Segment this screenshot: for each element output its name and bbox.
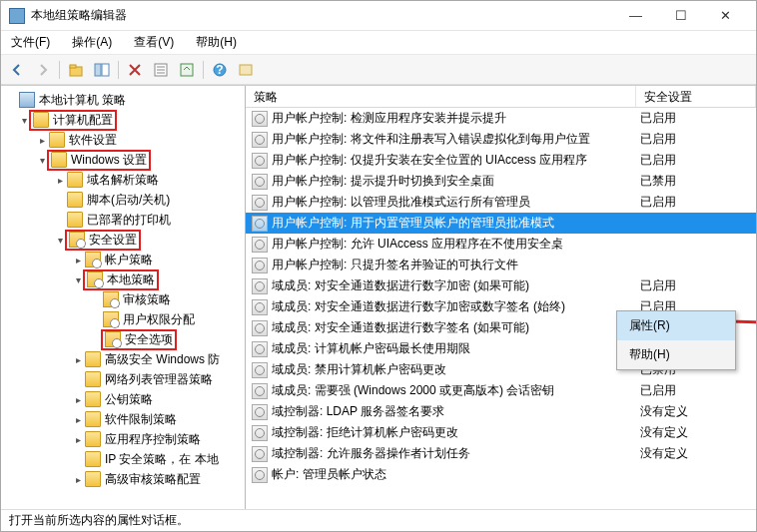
list-row[interactable]: 用户帐户控制: 将文件和注册表写入错误虚拟化到每用户位置已启用 <box>246 129 756 150</box>
list-row[interactable]: 域成员: 需要强 (Windows 2000 或更高版本) 会话密钥已启用 <box>246 380 756 401</box>
list-row[interactable]: 域控制器: 拒绝计算机帐户密码更改没有定义 <box>246 422 756 443</box>
properties-button[interactable] <box>149 58 173 82</box>
tree-sw-restriction[interactable]: 软件限制策略 <box>105 411 177 428</box>
menu-file[interactable]: 文件(F) <box>7 32 54 53</box>
tree-computer-config[interactable]: 计算机配置 <box>53 112 113 129</box>
policy-name: 用户帐户控制: 将文件和注册表写入错误虚拟化到每用户位置 <box>272 131 636 148</box>
tree-software-settings[interactable]: 软件设置 <box>69 132 117 149</box>
policy-name: 域成员: 对安全通道数据进行数字签名 (如果可能) <box>272 319 636 336</box>
tree-audit-policy[interactable]: 审核策略 <box>123 291 171 308</box>
tree-user-rights[interactable]: 用户权限分配 <box>123 311 195 328</box>
list-header: 策略 安全设置 <box>246 86 756 108</box>
list-row[interactable]: 用户帐户控制: 只提升签名并验证的可执行文件 <box>246 255 756 275</box>
policy-icon <box>252 174 268 190</box>
policy-icon <box>252 153 268 169</box>
minimize-button[interactable]: — <box>613 2 658 30</box>
tree-ipsec[interactable]: IP 安全策略，在 本地 <box>105 451 219 468</box>
filter-button[interactable] <box>234 58 258 82</box>
policy-icon <box>252 425 268 441</box>
policy-status: 已禁用 <box>636 173 756 190</box>
delete-button[interactable] <box>123 58 147 82</box>
list-pane: 策略 安全设置 用户帐户控制: 检测应用程序安装并提示提升已启用用户帐户控制: … <box>246 86 756 509</box>
context-menu-help[interactable]: 帮助(H) <box>617 340 735 369</box>
policy-name: 用户帐户控制: 检测应用程序安装并提示提升 <box>272 110 636 127</box>
tree-firewall[interactable]: 高级安全 Windows 防 <box>105 351 220 368</box>
policy-name: 用户帐户控制: 提示提升时切换到安全桌面 <box>272 173 636 190</box>
policy-icon <box>252 195 268 211</box>
menu-view[interactable]: 查看(V) <box>130 32 178 53</box>
tree-windows-settings[interactable]: Windows 设置 <box>71 152 147 169</box>
tree-public-key[interactable]: 公钥策略 <box>105 391 153 408</box>
column-policy[interactable]: 策略 <box>246 86 636 107</box>
policy-icon <box>252 132 268 148</box>
policy-icon <box>252 278 268 294</box>
policy-icon <box>252 404 268 420</box>
close-button[interactable]: ✕ <box>703 2 748 30</box>
folder-icon <box>67 192 83 208</box>
list-row[interactable]: 用户帐户控制: 用于内置管理员帐户的管理员批准模式 <box>246 213 756 234</box>
up-button[interactable] <box>64 58 88 82</box>
svg-text:?: ? <box>216 63 223 77</box>
tree-dns-policy[interactable]: 域名解析策略 <box>87 172 159 189</box>
back-button[interactable] <box>5 58 29 82</box>
svg-rect-8 <box>181 64 193 76</box>
maximize-button[interactable]: ☐ <box>658 2 703 30</box>
policy-status: 已启用 <box>636 382 756 399</box>
root-icon <box>19 92 35 108</box>
list-row[interactable]: 域控制器: LDAP 服务器签名要求没有定义 <box>246 401 756 422</box>
policy-name: 帐户: 管理员帐户状态 <box>272 466 636 483</box>
statusbar: 打开当前所选内容的属性对话框。 <box>1 509 756 531</box>
policy-icon <box>252 237 268 253</box>
list-row[interactable]: 用户帐户控制: 检测应用程序安装并提示提升已启用 <box>246 108 756 129</box>
tree-account-policies[interactable]: 帐户策略 <box>105 252 153 268</box>
list-row[interactable]: 用户帐户控制: 允许 UIAccess 应用程序在不使用安全桌 <box>246 234 756 255</box>
policy-name: 域成员: 对安全通道数据进行数字加密或数字签名 (始终) <box>272 298 636 315</box>
tree-local-policies[interactable]: 本地策略 <box>107 271 155 288</box>
folder-icon <box>85 351 101 367</box>
list-row[interactable]: 域控制器: 允许服务器操作者计划任务没有定义 <box>246 443 756 464</box>
security-icon <box>103 291 119 307</box>
list-body[interactable]: 用户帐户控制: 检测应用程序安装并提示提升已启用用户帐户控制: 将文件和注册表写… <box>246 108 756 509</box>
help-button[interactable]: ? <box>208 58 232 82</box>
column-security-setting[interactable]: 安全设置 <box>636 86 756 107</box>
list-row[interactable]: 域成员: 对安全通道数据进行数字加密 (如果可能)已启用 <box>246 275 756 296</box>
folder-icon <box>85 391 101 407</box>
svg-rect-2 <box>95 64 101 76</box>
menu-action[interactable]: 操作(A) <box>68 32 116 53</box>
show-hide-tree-button[interactable] <box>90 58 114 82</box>
menu-help[interactable]: 帮助(H) <box>192 32 241 53</box>
menubar: 文件(F) 操作(A) 查看(V) 帮助(H) <box>1 31 756 55</box>
folder-icon <box>85 371 101 387</box>
list-row[interactable]: 用户帐户控制: 提示提升时切换到安全桌面已禁用 <box>246 171 756 192</box>
folder-icon <box>67 212 83 228</box>
titlebar[interactable]: 本地组策略编辑器 — ☐ ✕ <box>1 1 756 31</box>
forward-button[interactable] <box>31 58 55 82</box>
list-row[interactable]: 用户帐户控制: 仅提升安装在安全位置的 UIAccess 应用程序已启用 <box>246 150 756 171</box>
policy-status: 已启用 <box>636 152 756 169</box>
policy-status: 已启用 <box>636 110 756 127</box>
tree-pane[interactable]: 本地计算机 策略 计算机配置 软件设置 Windows 设置 域名解析策略 脚本… <box>1 86 246 509</box>
list-row[interactable]: 用户帐户控制: 以管理员批准模式运行所有管理员已启用 <box>246 192 756 213</box>
tree-advanced-audit[interactable]: 高级审核策略配置 <box>105 471 201 488</box>
tree-app-control[interactable]: 应用程序控制策略 <box>105 431 201 448</box>
tree-security-settings[interactable]: 安全设置 <box>89 232 137 249</box>
svg-rect-11 <box>240 65 252 75</box>
policy-name: 用户帐户控制: 用于内置管理员帐户的管理员批准模式 <box>272 215 636 232</box>
folder-icon <box>49 132 65 148</box>
tree-root[interactable]: 本地计算机 策略 <box>39 92 126 109</box>
export-button[interactable] <box>175 58 199 82</box>
app-icon <box>9 8 25 24</box>
policy-icon <box>252 111 268 127</box>
policy-status: 已启用 <box>636 277 756 294</box>
tree-nlm[interactable]: 网络列表管理器策略 <box>105 371 213 388</box>
folder-icon <box>85 431 101 447</box>
tree-printers[interactable]: 已部署的打印机 <box>87 212 171 229</box>
policy-name: 用户帐户控制: 以管理员批准模式运行所有管理员 <box>272 194 636 211</box>
list-row[interactable]: 帐户: 管理员帐户状态 <box>246 464 756 485</box>
security-icon <box>69 232 85 248</box>
policy-name: 域成员: 计算机帐户密码最长使用期限 <box>272 340 636 357</box>
tree-security-options[interactable]: 安全选项 <box>125 331 173 348</box>
security-icon <box>105 331 121 347</box>
tree-scripts[interactable]: 脚本(启动/关机) <box>87 192 170 209</box>
context-menu-properties[interactable]: 属性(R) <box>617 311 735 340</box>
